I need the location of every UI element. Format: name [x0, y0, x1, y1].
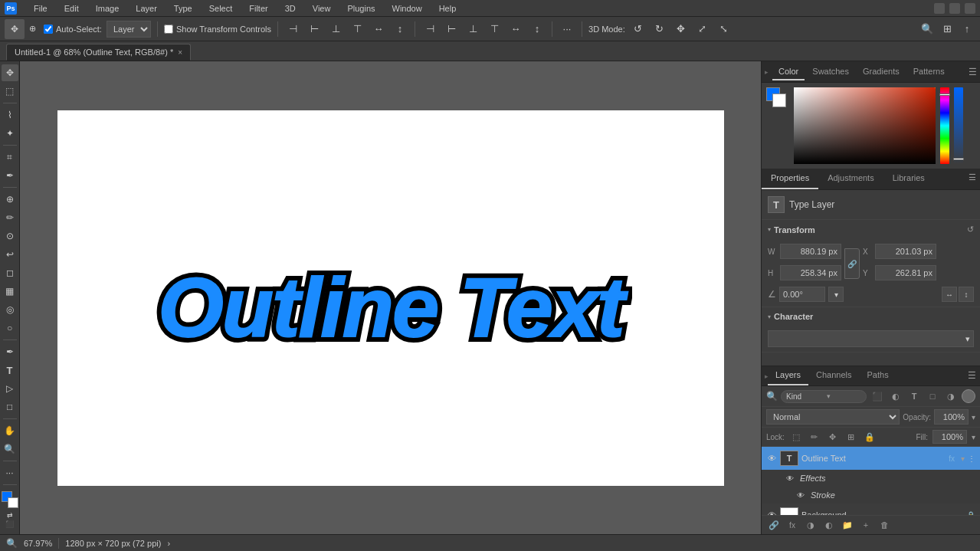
transform-link-icon[interactable]: 🔗 [844, 248, 860, 279]
3d-slide-btn[interactable]: ⤢ [694, 21, 711, 38]
zoom-tool-btn[interactable]: 🔍 [2, 441, 18, 458]
filter-pixel-btn[interactable]: ⬛ [870, 389, 885, 404]
align-center-h-btn[interactable]: ⊢ [306, 21, 323, 38]
filter-smart-btn[interactable]: ◑ [943, 389, 959, 404]
blur-tool-btn[interactable]: ◎ [2, 301, 18, 318]
shape-tool-btn[interactable]: □ [2, 398, 18, 415]
crop-tool-btn[interactable]: ⌗ [2, 149, 18, 166]
layers-adjustment-btn[interactable]: ◐ [821, 518, 837, 532]
libraries-tab[interactable]: Libraries [883, 169, 934, 189]
layers-search-dropdown-icon[interactable]: ▾ [827, 392, 831, 400]
layer-item-background[interactable]: 👁 Background 🔒 [762, 503, 980, 515]
menu-type[interactable]: Type [171, 2, 195, 15]
share-btn[interactable]: ↑ [959, 21, 975, 38]
layer-fx-icon[interactable]: fx [949, 454, 955, 463]
transform-y-input[interactable] [875, 265, 936, 280]
transform-h-input[interactable] [780, 265, 841, 280]
gradients-tab[interactable]: Gradients [857, 64, 906, 80]
align-left-btn[interactable]: ⊣ [284, 21, 301, 38]
effects-visibility[interactable]: 👁 [785, 473, 795, 484]
menu-plugins[interactable]: Plugins [344, 2, 378, 15]
transform-angle-dropdown-btn[interactable]: ▾ [828, 287, 844, 302]
properties-tab[interactable]: Properties [762, 169, 818, 189]
opacity-slider[interactable] [954, 87, 963, 164]
align-center-v-btn[interactable]: ↔ [370, 21, 387, 38]
align-top-btn[interactable]: ⊤ [349, 21, 365, 38]
layers-folder-btn[interactable]: 📁 [840, 518, 855, 532]
layer-expand-icon[interactable]: ▾ [961, 454, 965, 463]
eyedropper-tool-btn[interactable]: ✒ [2, 167, 18, 184]
align-right-btn[interactable]: ⊥ [327, 21, 344, 38]
align-bottom-btn[interactable]: ↕ [392, 21, 408, 38]
character-font-dropdown[interactable]: ▾ [768, 330, 974, 347]
3d-scale-btn[interactable]: ⤡ [716, 21, 733, 38]
default-colors-icon[interactable]: ⬛ [5, 520, 14, 528]
more-tools-btn[interactable]: ··· [2, 464, 18, 481]
layers-search-input[interactable] [786, 392, 824, 401]
menu-3d[interactable]: 3D [282, 2, 299, 15]
flip-vertical-btn[interactable]: ↕ [959, 287, 974, 302]
character-section-header[interactable]: ▾ Character [762, 307, 980, 326]
close-button[interactable] [965, 3, 975, 14]
menu-view[interactable]: View [310, 2, 334, 15]
3d-pan-btn[interactable]: ✥ [673, 21, 690, 38]
brush-tool-btn[interactable]: ✏ [2, 209, 18, 226]
swatches-tab[interactable]: Swatches [806, 64, 855, 80]
dodge-tool-btn[interactable]: ○ [2, 320, 18, 336]
distribute-center-v-btn[interactable]: ↔ [507, 21, 524, 38]
transform-w-input[interactable] [780, 244, 841, 259]
flip-horizontal-btn[interactable]: ↔ [942, 287, 957, 302]
opacity-dropdown-icon[interactable]: ▾ [972, 413, 975, 421]
distribute-top-btn[interactable]: ⊤ [486, 21, 503, 38]
paths-tab[interactable]: Paths [860, 366, 896, 385]
fill-dropdown-icon[interactable]: ▾ [972, 433, 975, 441]
show-transform-checkbox[interactable]: Show Transform Controls [164, 25, 271, 34]
layer-visibility-background[interactable]: 👁 [766, 510, 777, 515]
marquee-tool-btn[interactable]: ⬚ [2, 83, 18, 100]
distribute-center-h-btn[interactable]: ⊢ [443, 21, 460, 38]
search-btn[interactable]: 🔍 [919, 21, 936, 38]
status-info-arrow[interactable]: › [167, 539, 170, 548]
layer-options-icon[interactable]: ⋮ [968, 454, 975, 463]
lock-artboard-icon[interactable]: ⊞ [844, 430, 858, 444]
blend-mode-dropdown[interactable]: Normal [766, 409, 900, 425]
layers-search-box[interactable]: ▾ [781, 390, 867, 403]
channels-tab[interactable]: Channels [808, 366, 859, 385]
properties-panel-menu-icon[interactable]: ☰ [965, 169, 980, 189]
minimize-button[interactable] [934, 3, 945, 14]
color-panel-menu-icon[interactable]: ☰ [969, 67, 977, 77]
layers-tab[interactable]: Layers [768, 366, 808, 385]
canvas-area[interactable]: @font-face {} Outline Text Outline Text [20, 61, 761, 534]
layer-visibility-outline-text[interactable]: 👁 [766, 453, 777, 464]
show-transform-check[interactable] [164, 25, 173, 34]
3d-roll-btn[interactable]: ↻ [651, 21, 668, 38]
color-spectrum[interactable] [794, 87, 936, 164]
menu-select[interactable]: Select [206, 2, 236, 15]
document-tab[interactable]: Untitled-1 @ 68% (Outline Text, RGB/8#) … [6, 44, 191, 61]
menu-image[interactable]: Image [93, 2, 123, 15]
path-selection-btn[interactable]: ▷ [2, 380, 18, 397]
document-tab-close[interactable]: × [178, 48, 182, 57]
transform-section-header[interactable]: ▾ Transform ↺ [762, 220, 980, 239]
layers-link-btn[interactable]: 🔗 [766, 518, 782, 532]
gradient-tool-btn[interactable]: ▦ [2, 283, 18, 300]
filter-toggle-btn[interactable] [962, 389, 975, 403]
history-brush-btn[interactable]: ↩ [2, 246, 18, 263]
clone-tool-btn[interactable]: ⊙ [2, 228, 18, 244]
background-color[interactable] [8, 497, 18, 508]
layers-new-layer-btn[interactable]: + [858, 518, 873, 532]
auto-select-check[interactable] [44, 25, 53, 34]
filter-shape-btn[interactable]: □ [925, 389, 940, 404]
type-tool-btn[interactable]: T [2, 362, 18, 379]
lock-all-icon[interactable]: 🔒 [863, 430, 877, 444]
transform-angle-input[interactable] [779, 287, 825, 302]
color-tab[interactable]: Color [772, 64, 805, 80]
auto-select-dropdown[interactable]: Layer [107, 21, 151, 38]
transform-reset-icon[interactable]: ↺ [967, 225, 974, 235]
swap-colors-icon[interactable]: ⇄ [7, 511, 13, 519]
lasso-tool-btn[interactable]: ⌇ [2, 107, 18, 123]
hue-slider[interactable] [940, 87, 949, 164]
auto-select-checkbox[interactable]: Auto-Select: [44, 25, 102, 34]
menu-file[interactable]: File [31, 2, 51, 15]
layers-fx-btn[interactable]: fx [785, 518, 800, 532]
